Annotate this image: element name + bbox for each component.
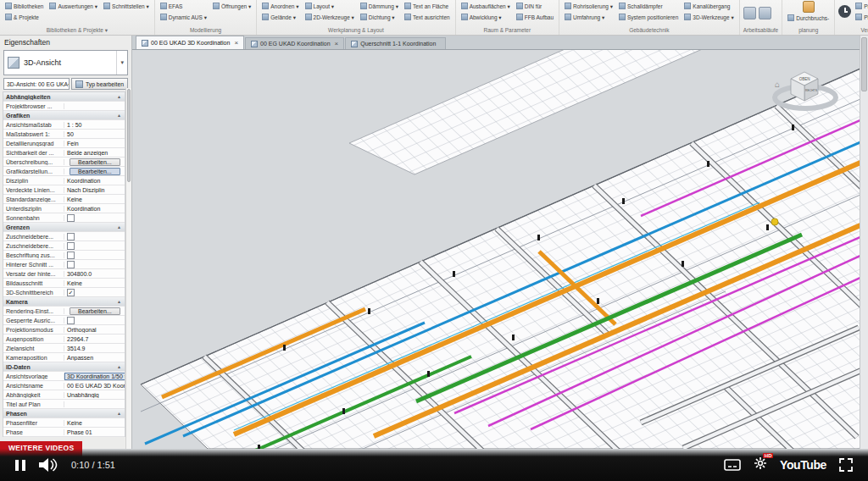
property-row[interactable]: 3D-Schnittbereich [3, 288, 125, 297]
property-row[interactable]: Projektbrowser ... [3, 102, 125, 111]
property-value[interactable]: 1 : 50 [64, 122, 125, 128]
property-value[interactable] [64, 252, 125, 259]
ribbon-button[interactable]: System positionieren [617, 12, 680, 23]
property-row[interactable]: Grenzen [3, 223, 125, 232]
ribbon-button[interactable]: Anordnen ▾ [260, 1, 300, 12]
property-value[interactable] [64, 242, 125, 250]
property-row[interactable]: BildausschnittKeine [3, 279, 125, 288]
property-row[interactable]: Überschreibung...Bearbeiten... [3, 158, 125, 167]
ribbon-button[interactable]: Dynamic AUS ▾ [159, 12, 209, 23]
close-tab-icon[interactable]: × [234, 40, 238, 47]
property-value[interactable]: Unabhängig [64, 392, 125, 398]
view-tab[interactable]: 00 EG UKAD Koordination× [245, 37, 344, 49]
properties-scrollbar[interactable] [125, 88, 131, 449]
scrollbar-thumb[interactable] [127, 89, 131, 182]
property-row[interactable]: Sichtbarkeit der ...Beide anzeigen [3, 148, 125, 158]
property-row[interactable]: UnterdisziplinKoordination [3, 204, 125, 213]
property-value[interactable]: Bearbeiten... [70, 158, 120, 166]
fullscreen-button[interactable] [839, 458, 853, 472]
property-value[interactable] [64, 261, 125, 268]
property-value[interactable]: 3D Koordination 1/50 fein [64, 373, 125, 380]
play-pause-button[interactable] [15, 460, 25, 471]
property-row[interactable]: PhasenfilterKeine [3, 418, 125, 428]
volume-button[interactable] [39, 458, 58, 472]
ribbon-button[interactable]: Durchbruchs- [786, 13, 831, 24]
property-row[interactable]: Abhängigkeiten [3, 92, 125, 102]
ribbon-button[interactable]: 2D-Werkzeuge ▾ [303, 12, 356, 23]
property-row[interactable]: AbhängigkeitUnabhängig [3, 390, 125, 400]
property-value[interactable] [64, 317, 125, 324]
edit-type-button[interactable]: Typ bearbeiten [71, 78, 128, 90]
property-row[interactable]: Ansichtsvorlage3D Koordination 1/50 fein [3, 372, 125, 381]
property-row[interactable]: ProjektionsmodusOrthogonal [3, 325, 125, 334]
property-row[interactable]: Zielansicht3514.9 [3, 344, 125, 353]
ribbon-button[interactable]: Layout ▾ [303, 1, 356, 12]
property-row[interactable]: Augenposition22964.7 [3, 334, 125, 344]
property-value[interactable]: Phase 01 [64, 429, 125, 435]
3d-viewport[interactable]: ⌂ OBEN RECHTS [132, 50, 860, 449]
standards-icon[interactable] [759, 7, 771, 19]
property-row[interactable]: Grafikdarstellun...Bearbeiten... [3, 167, 125, 176]
opening-planning-icon[interactable] [803, 1, 815, 13]
property-row[interactable]: Zuschneidebere... [3, 232, 125, 241]
property-row[interactable]: Hinterer Schnitt ... [3, 260, 125, 269]
property-row[interactable]: PhasePhase 01 [3, 428, 125, 437]
close-tab-icon[interactable]: × [335, 41, 339, 47]
property-row[interactable]: Beschriftung zus... [3, 251, 125, 260]
ribbon-button[interactable]: 3D-Werkzeuge ▾ [682, 12, 735, 23]
view-tab[interactable]: Querschnitt 1-1 Koordination [345, 37, 446, 49]
ribbon-group-label[interactable]: Bibliotheken & Projekte ▾ [3, 25, 151, 35]
property-row[interactable]: Phasen [3, 409, 125, 418]
ribbon-button[interactable]: Gelände ▾ [260, 12, 300, 23]
property-value[interactable]: Keine [64, 280, 125, 286]
property-row[interactable]: Gesperrte Ausric... [3, 316, 125, 325]
viewport-scrollbar[interactable] [860, 36, 868, 449]
property-value[interactable]: Bearbeiten... [70, 168, 120, 175]
property-row[interactable]: Zuschneidebere... [3, 241, 125, 251]
ribbon-button[interactable]: Bibliotheken [3, 1, 45, 12]
property-value[interactable] [64, 289, 125, 296]
ribbon-button[interactable] [47, 12, 99, 23]
ribbon-button[interactable]: EFAS [159, 1, 209, 12]
property-row[interactable]: Grafiken [3, 111, 125, 120]
settings-button[interactable]: HD [754, 456, 767, 473]
youtube-logo[interactable]: YouTube [780, 458, 826, 472]
property-row[interactable]: DisziplinKoordination [3, 176, 125, 185]
property-row[interactable]: Sonnenbahn [3, 213, 125, 223]
ribbon-button[interactable]: Plan und Pläne ▾ [854, 12, 868, 23]
view-tab[interactable]: 00 EG UKAD 3D Koordination× [136, 36, 244, 49]
warning-marker[interactable] [771, 218, 778, 225]
ribbon-button[interactable]: Text an Fläche [403, 1, 452, 12]
viewcube-top-label[interactable]: OBEN [799, 77, 810, 81]
ribbon-button[interactable]: FFB Aufbau [515, 12, 555, 23]
ribbon-button[interactable]: Rohrisolierung ▾ [563, 1, 615, 12]
property-row[interactable]: Ansichtsmaßstab1 : 50 [3, 120, 125, 130]
property-value[interactable]: Anpassen [64, 355, 125, 361]
property-value[interactable]: Koordination [64, 206, 125, 212]
ribbon-button[interactable]: Ausbauflächen ▾ [459, 1, 512, 12]
property-value[interactable]: 50 [64, 131, 125, 137]
scrollbar-thumb[interactable] [861, 37, 867, 91]
property-value[interactable]: Koordination [64, 178, 125, 184]
home-icon[interactable]: ⌂ [775, 80, 780, 89]
property-row[interactable]: DetaillierungsgradFein [3, 139, 125, 148]
property-row[interactable]: Ansichtsname00 EG UKAD 3D Koordin... [3, 381, 125, 390]
viewcube-right-label[interactable]: RECHTS [805, 89, 818, 92]
property-value[interactable]: 304800.0 [64, 271, 125, 277]
ribbon-button[interactable]: Dämmung ▾ [359, 1, 400, 12]
property-value[interactable]: Nach Disziplin [64, 187, 125, 193]
property-row[interactable]: Kamera [3, 297, 125, 307]
property-row[interactable]: Standardanzeige...Keine [3, 195, 125, 204]
property-row[interactable]: ID-Daten [3, 362, 125, 372]
property-value[interactable] [64, 214, 125, 222]
ribbon-button[interactable]: Text ausrichten [403, 12, 452, 23]
chevron-down-icon[interactable]: ▾ [116, 51, 124, 75]
ribbon-button[interactable]: & Projekte [3, 12, 45, 23]
ribbon-button[interactable]: Kanalübergang [682, 1, 735, 12]
ribbon-button[interactable]: DIN für [515, 1, 555, 12]
property-row[interactable]: Maßstabswert 1:50 [3, 130, 125, 139]
property-row[interactable]: Verdeckte Linien...Nach Disziplin [3, 185, 125, 195]
property-value[interactable]: Bearbeiten... [70, 307, 120, 315]
history-clock-icon[interactable] [838, 5, 851, 18]
property-value[interactable]: Beide anzeigen [64, 150, 125, 156]
